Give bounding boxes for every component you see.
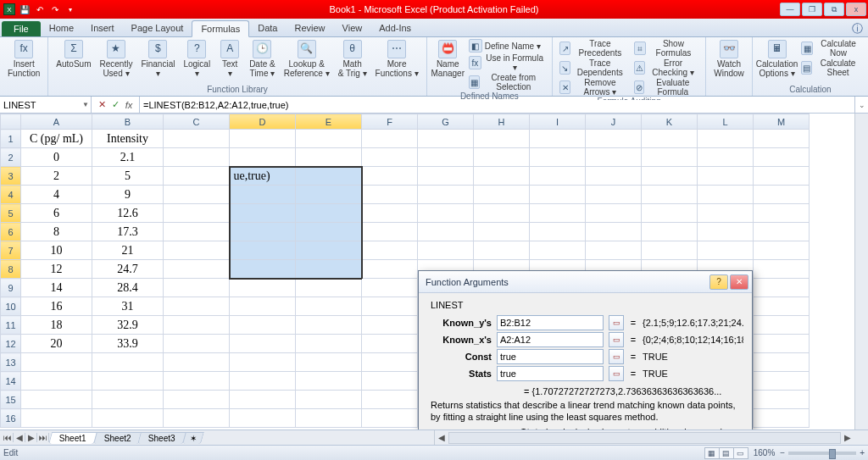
cell[interactable]: [21, 391, 92, 409]
cell[interactable]: [296, 372, 362, 391]
dialog-help-icon[interactable]: ?: [709, 274, 728, 290]
cell[interactable]: [362, 130, 418, 148]
cell[interactable]: [586, 223, 642, 241]
cell[interactable]: Intensity: [92, 130, 164, 148]
cell[interactable]: 2.1: [92, 148, 164, 167]
qa-undo-icon[interactable]: ↶: [34, 3, 46, 15]
remove-arrows-button[interactable]: ✕Remove Arrows ▾: [558, 78, 629, 97]
cell[interactable]: [21, 353, 92, 372]
cell[interactable]: [754, 223, 810, 241]
cell[interactable]: [164, 223, 230, 241]
error-checking-button[interactable]: ⚠Error Checking ▾: [632, 58, 701, 77]
column-header[interactable]: A: [21, 114, 92, 130]
cell[interactable]: [754, 409, 810, 428]
cell[interactable]: [418, 204, 474, 223]
ribbon-tab-view[interactable]: View: [334, 20, 371, 36]
cell[interactable]: [754, 204, 810, 223]
cell[interactable]: [754, 186, 810, 204]
cell[interactable]: [754, 391, 810, 409]
sheet-tab[interactable]: Sheet3: [138, 432, 186, 444]
cell[interactable]: [362, 297, 418, 316]
qa-save-icon[interactable]: 💾: [19, 3, 31, 15]
cell[interactable]: [530, 130, 586, 148]
argument-input[interactable]: [497, 315, 604, 330]
sheet-tab-active[interactable]: Sheet1: [48, 432, 97, 444]
normal-view-icon[interactable]: ▦: [704, 447, 720, 459]
cell[interactable]: 16: [21, 297, 92, 316]
more-functions-button[interactable]: ⋯More Functions ▾: [373, 39, 421, 79]
cell[interactable]: [642, 241, 698, 260]
worksheet-grid[interactable]: ABCDEFGHIJKLM1C (pg/ mL)Intensity202.132…: [0, 114, 868, 430]
prev-sheet-icon[interactable]: ◀: [14, 433, 25, 442]
cell[interactable]: [362, 335, 418, 353]
cell[interactable]: [164, 297, 230, 316]
cell[interactable]: [362, 204, 418, 223]
cell[interactable]: 18: [21, 316, 92, 335]
financial-button[interactable]: $Financial ▾: [138, 39, 177, 79]
insert-function-button[interactable]: fxInsert Function: [5, 39, 42, 79]
cell[interactable]: 4: [21, 186, 92, 204]
cell[interactable]: [474, 148, 530, 167]
cell[interactable]: ue,true): [230, 167, 296, 186]
cell[interactable]: [754, 167, 810, 186]
horizontal-scrollbar[interactable]: ◀ ▶: [434, 430, 854, 445]
select-all-corner[interactable]: [1, 114, 21, 130]
cell[interactable]: [296, 409, 362, 428]
cell[interactable]: 2: [21, 167, 92, 186]
watch-window-button[interactable]: 👓Watch Window: [711, 39, 747, 79]
cell[interactable]: [296, 279, 362, 297]
new-sheet-icon[interactable]: ✶: [182, 432, 204, 444]
cell[interactable]: [296, 391, 362, 409]
cell[interactable]: [754, 130, 810, 148]
column-header[interactable]: C: [164, 114, 230, 130]
argument-input[interactable]: [497, 332, 604, 347]
cell[interactable]: [586, 186, 642, 204]
cell[interactable]: [296, 316, 362, 335]
fx-icon[interactable]: fx: [124, 100, 134, 110]
cell[interactable]: [754, 279, 810, 297]
cell[interactable]: [230, 391, 296, 409]
cell[interactable]: [230, 260, 296, 279]
ribbon-tab-page-layout[interactable]: Page Layout: [123, 20, 192, 36]
cell[interactable]: [698, 241, 754, 260]
name-manager-button[interactable]: 📛Name Manager: [432, 39, 464, 79]
cell[interactable]: [164, 260, 230, 279]
cell[interactable]: [230, 409, 296, 428]
cell[interactable]: [164, 204, 230, 223]
cell[interactable]: [230, 335, 296, 353]
cell[interactable]: [586, 167, 642, 186]
ribbon-tab-insert[interactable]: Insert: [82, 20, 123, 36]
range-selector-icon[interactable]: ▭: [609, 332, 624, 347]
minimize-button[interactable]: —: [780, 3, 800, 16]
cell[interactable]: 21: [92, 241, 164, 260]
scroll-left-icon[interactable]: ◀: [435, 433, 448, 442]
cell[interactable]: [362, 391, 418, 409]
cell[interactable]: [362, 409, 418, 428]
range-selector-icon[interactable]: ▭: [609, 349, 624, 364]
scroll-right-icon[interactable]: ▶: [841, 433, 854, 442]
cell[interactable]: [230, 372, 296, 391]
ribbon-tab-formulas[interactable]: Formulas: [192, 20, 249, 37]
cell[interactable]: [296, 130, 362, 148]
cell[interactable]: 0: [21, 148, 92, 167]
cell[interactable]: [164, 335, 230, 353]
file-tab[interactable]: File: [2, 21, 41, 36]
cell[interactable]: [530, 204, 586, 223]
page-break-view-icon[interactable]: ▭: [733, 447, 748, 459]
row-header[interactable]: 8: [1, 260, 21, 279]
logical-button[interactable]: ?Logical ▾: [181, 39, 213, 79]
cell[interactable]: 31: [92, 297, 164, 316]
cell[interactable]: [642, 130, 698, 148]
cell[interactable]: [362, 353, 418, 372]
cell[interactable]: [296, 260, 362, 279]
cell[interactable]: [230, 148, 296, 167]
cell[interactable]: [92, 391, 164, 409]
cell[interactable]: [642, 223, 698, 241]
cell[interactable]: [230, 130, 296, 148]
cell[interactable]: [474, 204, 530, 223]
row-header[interactable]: 6: [1, 223, 21, 241]
ribbon-tab-data[interactable]: Data: [249, 20, 286, 36]
sheet-tab[interactable]: Sheet2: [93, 432, 142, 444]
cell[interactable]: [586, 241, 642, 260]
zoom-slider[interactable]: −+: [780, 448, 865, 457]
